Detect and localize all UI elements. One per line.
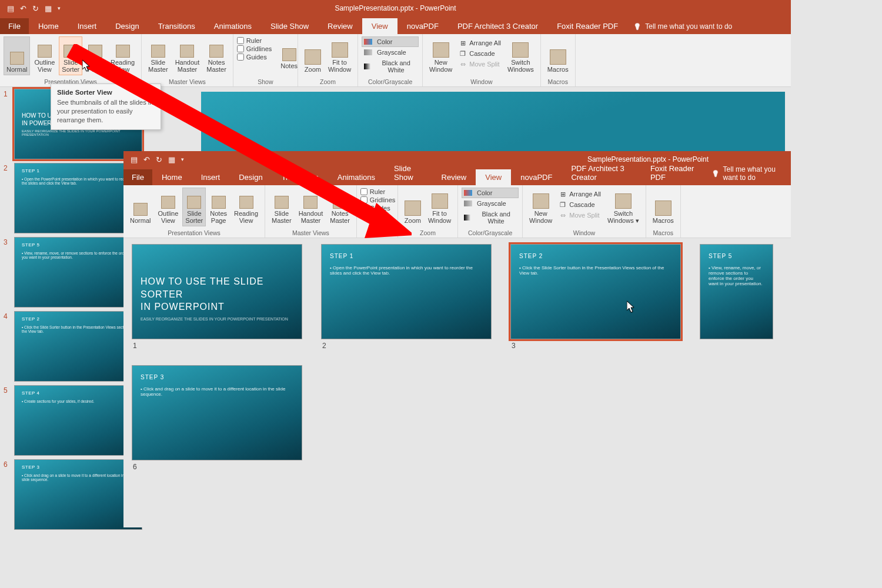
- tell-me[interactable]: Tell me what you want to do: [627, 19, 738, 34]
- qat-customize-icon[interactable]: ▾: [181, 156, 184, 162]
- cascade-button[interactable]: ❐Cascade: [556, 199, 603, 210]
- outline-view-button[interactable]: Outline View: [31, 36, 58, 75]
- handout-master-button[interactable]: Handout Master: [296, 188, 326, 226]
- tab-foxit[interactable]: Foxit Reader PDF: [547, 18, 627, 34]
- tab-home[interactable]: Home: [152, 169, 192, 185]
- notes-button[interactable]: Notes: [278, 36, 300, 72]
- tab-insert[interactable]: Insert: [68, 18, 106, 34]
- cascade-button[interactable]: ❐Cascade: [456, 48, 503, 59]
- sorter-slide-3[interactable]: STEP 2• Click the Slide Sorter button in…: [510, 244, 681, 352]
- file-tab[interactable]: File: [0, 18, 29, 34]
- tab-design[interactable]: Design: [229, 169, 272, 185]
- tab-insert[interactable]: Insert: [192, 169, 230, 185]
- group-label: Show: [360, 228, 394, 236]
- slide-sorter-button[interactable]: Slide Sorter: [182, 188, 206, 226]
- redo-icon[interactable]: ↻: [156, 155, 162, 164]
- reading-view-button[interactable]: Reading View: [231, 188, 261, 226]
- sorter-slide-2[interactable]: STEP 1• Open the PowerPoint presentation…: [321, 244, 492, 352]
- tab-animations[interactable]: Animations: [328, 169, 385, 185]
- tab-slideshow[interactable]: Slide Show: [261, 18, 318, 34]
- guides-checkbox[interactable]: Guides: [360, 204, 394, 212]
- tab-novapdf[interactable]: novaPDF: [397, 18, 448, 34]
- gridlines-checkbox[interactable]: Gridlines: [237, 45, 272, 53]
- lightbulb-icon: [711, 169, 720, 178]
- switch-windows-button[interactable]: Switch Windows ▾: [604, 188, 642, 226]
- group-label: Macros: [650, 228, 677, 236]
- fit-window-button[interactable]: Fit to Window: [325, 36, 354, 75]
- tell-me[interactable]: Tell me what you want to do: [706, 162, 791, 185]
- arrange-all-button[interactable]: ⊞Arrange All: [556, 189, 603, 199]
- notes-master-button[interactable]: Notes Master: [203, 36, 229, 75]
- sorter-slide-5[interactable]: STEP 5• View, rename, move, or remove se…: [700, 244, 773, 352]
- tab-home[interactable]: Home: [29, 18, 68, 34]
- tab-pdfarchitect[interactable]: PDF Architect 3 Creator: [448, 18, 547, 34]
- sorter-slide-1[interactable]: HOW TO USE THE SLIDE SORTER IN POWERPOIN…: [132, 244, 302, 352]
- tab-transitions[interactable]: Transitions: [149, 18, 205, 34]
- tab-view[interactable]: View: [476, 169, 511, 185]
- start-from-beginning-icon[interactable]: ▦: [45, 4, 52, 13]
- tab-design[interactable]: Design: [106, 18, 148, 34]
- qat-customize-icon[interactable]: ▾: [58, 5, 61, 11]
- guides-checkbox[interactable]: Guides: [237, 53, 272, 61]
- slide-sorter-button[interactable]: Slide Sorter: [59, 36, 82, 75]
- macros-button[interactable]: Macros: [544, 36, 572, 75]
- start-from-beginning-icon[interactable]: ▦: [168, 155, 175, 164]
- tab-view[interactable]: View: [362, 18, 397, 34]
- powerpoint-window-sorter: ▤ ↶ ↻ ▦ ▾ SamplePresentation.pptx - Powe…: [123, 151, 791, 527]
- handout-master-button[interactable]: Handout Master: [172, 36, 203, 75]
- reading-view-button[interactable]: Reading View: [108, 36, 138, 75]
- grayscale-button[interactable]: Grayscale: [462, 198, 519, 209]
- switch-windows-button[interactable]: Switch Windows: [505, 36, 537, 75]
- gridlines-checkbox[interactable]: Gridlines: [360, 196, 394, 204]
- group-label: Show: [237, 77, 294, 85]
- bw-button[interactable]: Black and White: [362, 58, 419, 75]
- slide-master-button[interactable]: Slide Master: [145, 36, 171, 75]
- zoom-button[interactable]: Zoom: [302, 36, 324, 75]
- slide-sorter-area[interactable]: HOW TO USE THE SLIDE SORTER IN POWERPOIN…: [123, 238, 791, 527]
- tab-slideshow[interactable]: Slide Show: [385, 161, 432, 185]
- slide-master-button[interactable]: Slide Master: [269, 188, 295, 226]
- tab-foxit[interactable]: Foxit Reader PDF: [641, 161, 706, 185]
- undo-icon[interactable]: ↶: [20, 4, 26, 13]
- notes-page-button[interactable]: Notes Page: [207, 188, 230, 226]
- group-macros: Macros Macros: [541, 34, 576, 86]
- redo-icon[interactable]: ↻: [32, 4, 39, 13]
- current-slide[interactable]: [201, 92, 785, 158]
- outline-view-button[interactable]: Outline View: [155, 188, 181, 226]
- move-split-button[interactable]: ⇔Move Split: [456, 59, 503, 69]
- ruler-checkbox[interactable]: Ruler: [360, 188, 394, 196]
- grayscale-button[interactable]: Grayscale: [362, 47, 419, 58]
- file-tab[interactable]: File: [123, 169, 152, 185]
- notes-master-button[interactable]: Notes Master: [327, 188, 353, 226]
- zoom-button[interactable]: Zoom: [402, 188, 424, 226]
- group-window: New Window ⊞Arrange All ❐Cascade ⇔Move S…: [423, 34, 541, 86]
- tab-review[interactable]: Review: [318, 18, 362, 34]
- tab-review[interactable]: Review: [432, 169, 476, 185]
- normal-view-button[interactable]: Normal: [127, 188, 153, 226]
- tab-novapdf[interactable]: novaPDF: [511, 169, 562, 185]
- arrange-all-button[interactable]: ⊞Arrange All: [456, 38, 503, 48]
- save-icon[interactable]: ▤: [7, 4, 14, 13]
- sorter-slide-6[interactable]: STEP 3• Click and drag on a slide to mov…: [132, 365, 302, 473]
- group-label: Macros: [544, 77, 572, 85]
- normal-view-button[interactable]: Normal: [4, 36, 30, 75]
- group-label: Color/Grayscale: [362, 77, 419, 85]
- save-icon[interactable]: ▤: [131, 155, 138, 164]
- tab-pdfarchitect[interactable]: PDF Architect 3 Creator: [562, 161, 640, 185]
- fit-window-button[interactable]: Fit to Window: [425, 188, 454, 226]
- group-label: Color/Grayscale: [462, 228, 519, 236]
- ruler-checkbox[interactable]: Ruler: [237, 36, 272, 45]
- bw-button[interactable]: Black and White: [462, 209, 519, 226]
- macros-button[interactable]: Macros: [650, 188, 677, 226]
- new-window-button[interactable]: New Window: [526, 188, 555, 226]
- group-window: New Window ⊞Arrange All ❐Cascade ⇔Move S…: [523, 185, 646, 238]
- new-window-button[interactable]: New Window: [426, 36, 455, 75]
- group-label: Master Views: [269, 228, 353, 236]
- tab-animations[interactable]: Animations: [205, 18, 261, 34]
- color-button[interactable]: Color: [462, 188, 519, 198]
- group-color: Color Grayscale Black and White Color/Gr…: [458, 185, 523, 238]
- color-button[interactable]: Color: [362, 36, 419, 47]
- tab-transitions[interactable]: Transitions: [272, 169, 328, 185]
- undo-icon[interactable]: ↶: [143, 155, 150, 164]
- menu-bar: File Home Insert Design Transitions Anim…: [123, 168, 791, 185]
